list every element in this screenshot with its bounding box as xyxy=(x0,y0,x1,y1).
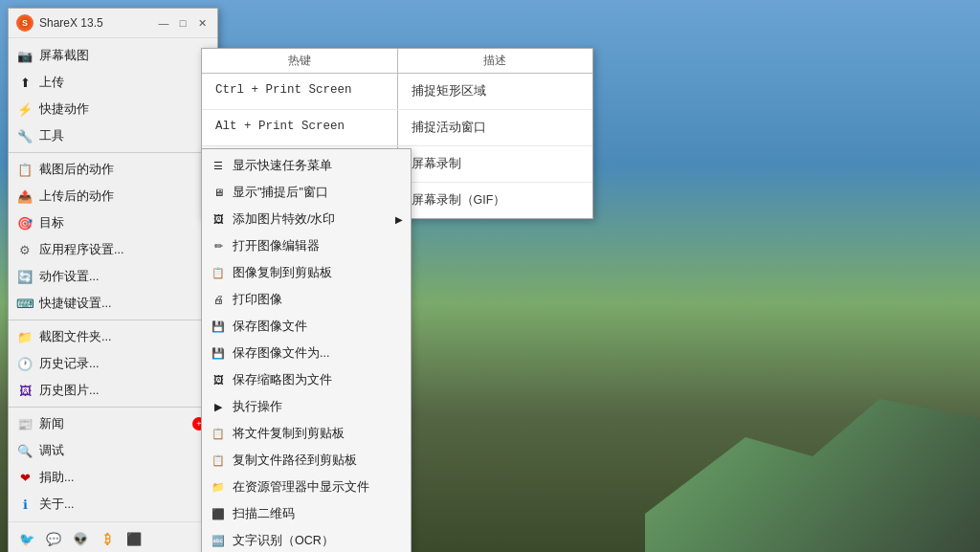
afterupload-icon: 📤 xyxy=(16,188,33,205)
minimize-button[interactable]: — xyxy=(156,15,171,31)
copypath-label: 复制文件路径到剪贴板 xyxy=(233,453,357,469)
copyfile-label: 将文件复制到剪贴板 xyxy=(233,426,345,442)
menu-item-news[interactable]: 📰 新闻 + xyxy=(9,410,217,437)
qrcode-label: 扫描二维码 xyxy=(233,506,295,522)
menu-item-about[interactable]: ℹ 关于... xyxy=(9,491,217,518)
execute-label: 执行操作 xyxy=(233,399,282,415)
social-icons-row: 🐦 💬 👽 ₿ ⬛ xyxy=(9,521,217,552)
aftercap-label: 显示"捕提后"窗口 xyxy=(233,185,328,201)
explorer-icon: 📁 xyxy=(210,478,227,496)
ctx-ocr[interactable]: 🔤 文字识别（OCR） xyxy=(202,527,411,552)
menu-item-tools[interactable]: 🔧 工具 ▶ xyxy=(9,122,217,149)
hotkeyset-label: 快捷键设置... xyxy=(39,296,210,312)
menu-item-hotkeyset[interactable]: ⌨ 快捷键设置... xyxy=(9,290,217,317)
actionset-icon: 🔄 xyxy=(16,268,33,285)
hotkey-desc-2: 屏幕录制 xyxy=(398,146,593,182)
print-label: 打印图像 xyxy=(233,292,282,308)
menu-item-history[interactable]: 🕐 历史记录... xyxy=(9,350,217,377)
menu-item-capturedir[interactable]: 📁 截图文件夹... xyxy=(9,323,217,350)
bitcoin-icon[interactable]: ₿ xyxy=(97,528,118,549)
close-button[interactable]: ✕ xyxy=(194,15,210,31)
menu-item-afterupload[interactable]: 📤 上传后的动作 ▶ xyxy=(9,183,217,210)
ocr-icon: 🔤 xyxy=(210,532,227,549)
menu-item-aftercapture[interactable]: 📋 截图后的动作 ▶ xyxy=(9,156,217,183)
separator-1 xyxy=(9,152,217,153)
debug-label: 调试 xyxy=(39,443,196,459)
ctx-copyclip[interactable]: 📋 图像复制到剪贴板 xyxy=(202,259,411,286)
ctx-aftercap[interactable]: 🖥 显示"捕提后"窗口 xyxy=(202,179,411,206)
shortcuts-icon: ⚡ xyxy=(16,100,33,118)
screenshot-label: 屏幕截图 xyxy=(39,48,196,64)
ctx-effects[interactable]: 🖼 添加图片特效/水印 ▶ xyxy=(202,206,411,232)
menu-item-debug[interactable]: 🔍 调试 ▶ xyxy=(9,437,217,464)
ctx-copyfile[interactable]: 📋 将文件复制到剪贴板 xyxy=(202,420,411,447)
editor-label: 打开图像编辑器 xyxy=(233,238,320,254)
hotkeys-col-desc: 描述 xyxy=(398,49,593,73)
ctx-copypath[interactable]: 📋 复制文件路径到剪贴板 xyxy=(202,447,411,474)
afterupload-label: 上传后的动作 xyxy=(39,188,196,205)
menu-item-donate[interactable]: ❤ 捐助... xyxy=(9,464,217,491)
screenshot-icon: 📷 xyxy=(16,47,33,64)
copyfile-icon: 📋 xyxy=(210,425,227,442)
maximize-button[interactable]: □ xyxy=(175,15,190,31)
discord-icon[interactable]: 💬 xyxy=(43,528,64,549)
ctx-saveas[interactable]: 💾 保存图像文件为... xyxy=(202,340,411,366)
news-icon: 📰 xyxy=(16,415,33,432)
news-label: 新闻 xyxy=(39,416,187,432)
effects-arrow: ▶ xyxy=(395,214,403,225)
menu-item-appsetup[interactable]: ⚙ 应用程序设置... xyxy=(9,236,217,263)
history-icon: 🕐 xyxy=(16,355,33,372)
main-menu: 📷 屏幕截图 ▶ ⬆ 上传 ▶ ⚡ 快捷动作 ▶ 🔧 工具 ▶ 📋 截图后的动作… xyxy=(9,38,217,521)
menu-item-target[interactable]: 🎯 目标 ▶ xyxy=(9,210,217,236)
title-controls: — □ ✕ xyxy=(156,15,210,31)
quickmenu-icon: ☰ xyxy=(210,157,227,174)
ctx-print[interactable]: 🖨 打印图像 xyxy=(202,286,411,313)
menu-item-imagehistory[interactable]: 🖼 历史图片... xyxy=(9,377,217,404)
ctx-editor[interactable]: ✏ 打开图像编辑器 xyxy=(202,232,411,259)
tools-icon: 🔧 xyxy=(16,127,33,144)
title-bar-left: S ShareX 13.5 xyxy=(16,14,103,32)
ctx-savefile[interactable]: 💾 保存图像文件 xyxy=(202,313,411,340)
menu-item-shortcuts[interactable]: ⚡ 快捷动作 ▶ xyxy=(9,96,217,122)
hotkeys-header: 热键 描述 xyxy=(202,49,592,74)
upload-icon: ⬆ xyxy=(16,74,33,91)
explorer-label: 在资源管理器中显示文件 xyxy=(233,479,369,496)
window-title: ShareX 13.5 xyxy=(39,16,103,30)
ctx-savethumb[interactable]: 🖼 保存缩略图为文件 xyxy=(202,366,411,393)
hotkey-desc-0: 捕捉矩形区域 xyxy=(398,74,593,109)
imagehistory-label: 历史图片... xyxy=(39,383,210,399)
menu-item-screenshot[interactable]: 📷 屏幕截图 ▶ xyxy=(9,42,217,69)
appsetup-label: 应用程序设置... xyxy=(39,242,210,258)
context-menu: ☰ 显示快速任务菜单 🖥 显示"捕提后"窗口 🖼 添加图片特效/水印 ▶ ✏ 打… xyxy=(201,148,412,552)
menu-item-upload[interactable]: ⬆ 上传 ▶ xyxy=(9,69,217,96)
target-label: 目标 xyxy=(39,215,196,232)
reddit-icon[interactable]: 👽 xyxy=(70,528,91,549)
donate-icon: ❤ xyxy=(16,469,33,486)
copyclip-icon: 📋 xyxy=(210,264,227,281)
hotkeyset-icon: ⌨ xyxy=(16,295,33,312)
debug-icon: 🔍 xyxy=(16,442,33,459)
target-icon: 🎯 xyxy=(16,214,33,232)
twitter-icon[interactable]: 🐦 xyxy=(16,528,37,549)
quickmenu-label: 显示快速任务菜单 xyxy=(233,158,332,174)
menu-item-actionset[interactable]: 🔄 动作设置... xyxy=(9,263,217,290)
ctx-explorer[interactable]: 📁 在资源管理器中显示文件 xyxy=(202,474,411,500)
aftercapture-label: 截图后的动作 xyxy=(39,162,196,178)
aftercap-icon: 🖥 xyxy=(210,184,227,201)
ctx-execute[interactable]: ▶ 执行操作 xyxy=(202,393,411,420)
ctx-quickmenu[interactable]: ☰ 显示快速任务菜单 xyxy=(202,152,411,179)
ctx-qrcode[interactable]: ⬛ 扫描二维码 xyxy=(202,500,411,527)
capturedir-label: 截图文件夹... xyxy=(39,329,210,345)
effects-label: 添加图片特效/水印 xyxy=(233,211,335,228)
savethumb-icon: 🖼 xyxy=(210,371,227,388)
qrcode-icon: ⬛ xyxy=(210,505,227,522)
print-icon: 🖨 xyxy=(210,291,227,308)
savethumb-label: 保存缩略图为文件 xyxy=(233,372,332,388)
shortcuts-label: 快捷动作 xyxy=(39,101,196,118)
execute-icon: ▶ xyxy=(210,398,227,415)
actionset-label: 动作设置... xyxy=(39,269,210,285)
copypath-icon: 📋 xyxy=(210,452,227,469)
copyclip-label: 图像复制到剪贴板 xyxy=(233,265,332,281)
main-window: S ShareX 13.5 — □ ✕ 📷 屏幕截图 ▶ ⬆ 上传 ▶ ⚡ 快捷… xyxy=(8,8,218,552)
github-icon[interactable]: ⬛ xyxy=(123,528,145,549)
